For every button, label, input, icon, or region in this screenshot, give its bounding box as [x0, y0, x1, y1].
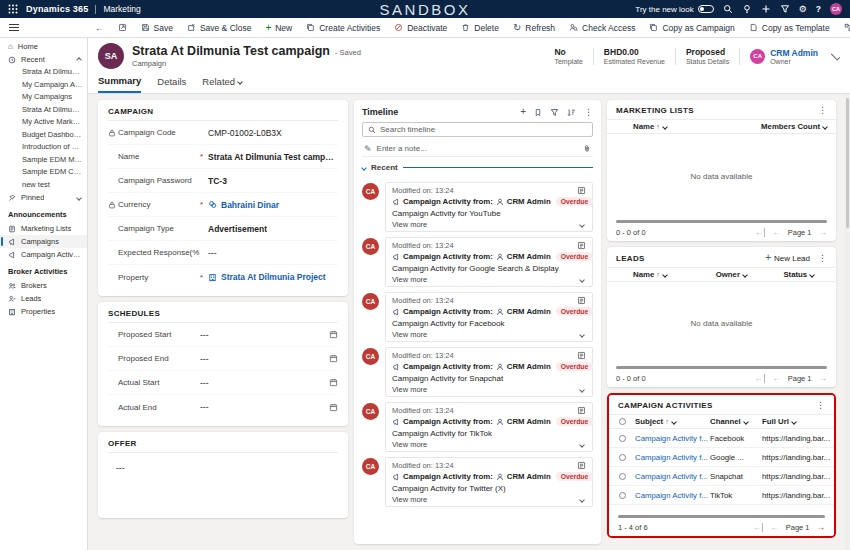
- panel-more-icon[interactable]: ⋮: [818, 254, 827, 263]
- next-page-button[interactable]: →: [819, 228, 828, 237]
- row-radio[interactable]: [619, 435, 626, 442]
- vertical-scrollbar[interactable]: [845, 94, 850, 550]
- timeline-more-icon[interactable]: ⋮: [584, 108, 593, 117]
- currency-link[interactable]: Bahraini Dinar: [208, 200, 279, 210]
- try-new-look-toggle[interactable]: Try the new look: [635, 5, 713, 14]
- horizontal-scrollbar[interactable]: [616, 366, 827, 369]
- new-button[interactable]: + New: [258, 18, 299, 37]
- subject-link[interactable]: Campaign Activity f...: [635, 472, 710, 481]
- open-record-icon[interactable]: [577, 406, 586, 415]
- create-activities-button[interactable]: Create Activities: [299, 18, 387, 37]
- calendar-icon[interactable]: [329, 354, 338, 363]
- timeline-filter-icon[interactable]: [550, 108, 559, 117]
- recent-item[interactable]: Budget Dashboard: [0, 129, 87, 142]
- column-header-name[interactable]: Name↑: [607, 270, 716, 279]
- save-close-button[interactable]: Save & Close: [180, 18, 259, 37]
- first-page-button[interactable]: ←: [755, 228, 766, 237]
- timeline-add-icon[interactable]: +: [520, 107, 526, 117]
- calendar-icon[interactable]: [329, 403, 338, 412]
- expected-response-value[interactable]: ---: [208, 248, 217, 258]
- next-page-button[interactable]: →: [819, 374, 828, 383]
- app-area[interactable]: Marketing: [103, 4, 140, 14]
- view-more-button[interactable]: View more: [392, 385, 586, 394]
- row-radio[interactable]: [619, 454, 626, 461]
- proposed-start-value[interactable]: ---: [200, 330, 209, 340]
- row-radio[interactable]: [619, 492, 626, 499]
- column-header-name[interactable]: Name↑: [607, 122, 667, 131]
- header-collapse-icon[interactable]: [831, 51, 840, 60]
- campaign-password-value[interactable]: TC-3: [208, 176, 227, 186]
- recent-item[interactable]: Strata At Dilmunia Te...: [0, 66, 87, 79]
- subject-link[interactable]: Campaign Activity f...: [635, 491, 710, 500]
- recent-item[interactable]: Sample EDM Campai...: [0, 166, 87, 179]
- recent-item[interactable]: Strata At Dilmunia Te...: [0, 104, 87, 117]
- owner-avatar[interactable]: CA: [750, 49, 765, 64]
- timeline-entry[interactable]: CA Modified on: 13:24 Campaign Activity …: [362, 182, 593, 232]
- open-record-icon[interactable]: [577, 351, 586, 360]
- help-icon[interactable]: ?: [816, 4, 821, 14]
- tab-summary[interactable]: Summary: [98, 75, 141, 93]
- filter-icon[interactable]: [780, 4, 790, 14]
- back-button[interactable]: ←: [88, 18, 111, 37]
- timeline-recent-toggle[interactable]: Recent: [362, 160, 593, 175]
- view-more-button[interactable]: View more: [392, 495, 586, 504]
- user-avatar[interactable]: CA: [830, 3, 842, 15]
- next-page-button[interactable]: →: [817, 523, 826, 532]
- lightbulb-icon[interactable]: [742, 4, 752, 14]
- column-header-members-count[interactable]: Members Count: [761, 122, 836, 131]
- copy-as-campaign-button[interactable]: Copy as Campaign: [642, 18, 741, 37]
- delete-button[interactable]: Delete: [454, 18, 506, 37]
- paperclip-icon[interactable]: [583, 144, 591, 153]
- horizontal-scrollbar[interactable]: [616, 220, 827, 223]
- sidebar-item-campaigns[interactable]: Campaigns: [0, 235, 87, 248]
- toggle-switch[interactable]: [698, 5, 714, 13]
- process-button[interactable]: Process: [837, 18, 850, 37]
- recent-item[interactable]: My Campaign Activit...: [0, 79, 87, 92]
- column-header-channel[interactable]: Channel: [710, 417, 762, 426]
- sidebar-item-brokers[interactable]: Brokers: [0, 279, 87, 292]
- panel-more-icon[interactable]: ⋮: [818, 106, 827, 115]
- horizontal-scrollbar[interactable]: [618, 515, 825, 518]
- open-record-icon[interactable]: [577, 296, 586, 305]
- recent-item[interactable]: My Active Marketing...: [0, 116, 87, 129]
- note-input[interactable]: ✎ Enter a note...: [362, 141, 593, 157]
- campaign-code-value[interactable]: CMP-01002-L0B3X: [208, 128, 282, 138]
- sidebar-item-properties[interactable]: Properties: [0, 305, 87, 318]
- timeline-entry[interactable]: CA Modified on: 13:24 Campaign Activity …: [362, 237, 593, 287]
- previous-page-button[interactable]: ←: [772, 228, 781, 237]
- sidebar-item-leads[interactable]: Leads: [0, 292, 87, 305]
- table-row[interactable]: Campaign Activity f... Google ... https:…: [609, 448, 834, 467]
- calendar-icon[interactable]: [329, 378, 338, 387]
- refresh-button[interactable]: ↻ Refresh: [506, 18, 562, 37]
- bookmark-icon[interactable]: [534, 108, 542, 117]
- proposed-end-value[interactable]: ---: [200, 354, 209, 364]
- owner-link[interactable]: CRM Admin: [770, 48, 818, 58]
- actual-end-value[interactable]: ---: [200, 402, 209, 412]
- open-record-icon[interactable]: [577, 461, 586, 470]
- timeline-entry[interactable]: CA Modified on: 13:24 Campaign Activity …: [362, 347, 593, 397]
- recent-item[interactable]: My Campaigns: [0, 91, 87, 104]
- offer-value[interactable]: ---: [108, 453, 338, 477]
- app-title[interactable]: Dynamics 365: [26, 4, 88, 14]
- column-header-full-url[interactable]: Full Url: [762, 417, 834, 426]
- first-page-button[interactable]: ←: [755, 374, 766, 383]
- campaign-type-value[interactable]: Advertisement: [208, 224, 267, 234]
- sidebar-item-marketing-lists[interactable]: Marketing Lists: [0, 222, 87, 235]
- calendar-icon[interactable]: [329, 330, 338, 339]
- recent-item[interactable]: Introduction of Paid ...: [0, 141, 87, 154]
- quick-create-icon[interactable]: [761, 4, 771, 14]
- timeline-entry[interactable]: CA Modified on: 13:24 Campaign Activity …: [362, 292, 593, 342]
- view-more-button[interactable]: View more: [392, 440, 586, 449]
- deactivate-button[interactable]: Deactivate: [387, 18, 454, 37]
- recent-item[interactable]: Sample EDM Message: [0, 154, 87, 167]
- subject-link[interactable]: Campaign Activity f...: [635, 453, 710, 462]
- open-record-icon[interactable]: [577, 186, 586, 195]
- timeline-entry[interactable]: CA Modified on: 13:24 Campaign Activity …: [362, 457, 593, 507]
- nav-hamburger-icon[interactable]: [0, 22, 88, 33]
- open-record-icon[interactable]: [577, 241, 586, 250]
- view-more-button[interactable]: View more: [392, 220, 586, 229]
- sidebar-item-home[interactable]: ⌂ Home: [0, 40, 87, 53]
- column-header-status[interactable]: Status: [783, 270, 836, 279]
- previous-page-button[interactable]: ←: [772, 374, 781, 383]
- column-header-owner[interactable]: Owner: [716, 270, 784, 279]
